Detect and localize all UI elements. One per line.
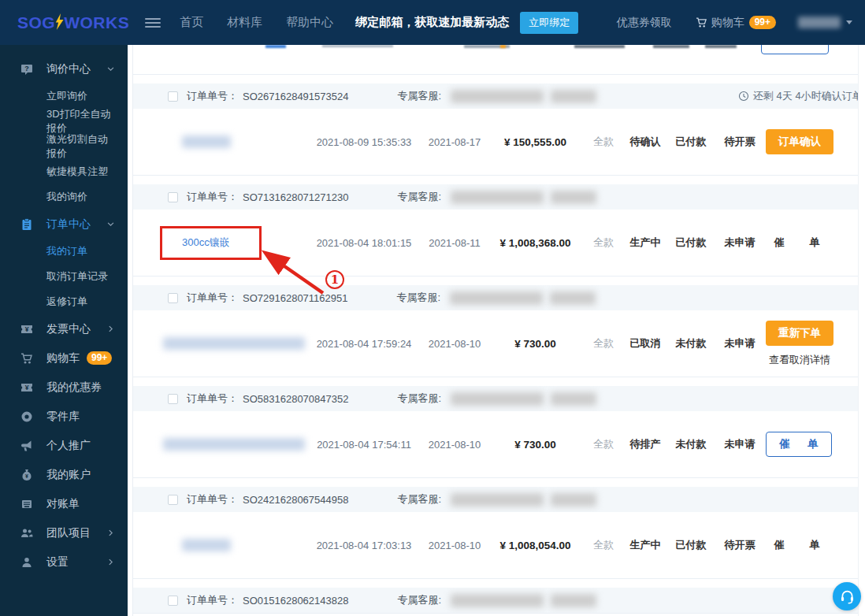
order-checkbox[interactable] [168,495,178,505]
order-checkbox[interactable] [168,192,178,202]
sidebar-item[interactable]: ? 询价中心 [0,54,128,83]
sidebar-item-label: 我的优惠券 [46,380,102,395]
payment-status: 已付款 [668,236,714,250]
chevron-right-icon [106,529,115,537]
svg-text:?: ? [24,65,29,72]
sidebar-item-label: 取消订单记录 [46,269,108,284]
order-number: SO2671628491573524 [243,91,348,102]
logo[interactable]: SOG WORKS [17,13,129,32]
payment-type: 全款 [585,135,622,149]
payment-status: 已付款 [668,135,714,149]
confirm-countdown: 还剩 4天 4小时确认订单 [738,89,858,103]
service-agent-blurred [551,90,596,103]
page-body: ? 询价中心 立即询价 3D打印全自动报价 激光切割自动报价 [0,45,865,616]
sidebar-item[interactable]: 零件库 [0,402,128,431]
sidebar-item[interactable]: 团队项目 [0,518,128,547]
service-agent-blurred [451,594,544,607]
sidebar-item-label: 立即询价 [46,89,87,103]
chevron-down-icon [846,20,852,24]
service-agent-label: 专属客服: [397,291,441,305]
service-agent-blurred [451,191,544,204]
customer-service-chat-button[interactable] [833,582,861,610]
order-number-label: 订单单号： [187,291,238,305]
sidebar-item[interactable]: 我的询价 [0,184,128,210]
delivery-date: 2021-08-10 [423,338,486,350]
team-icon [20,527,33,540]
order-block: 订单单号： SO7131628071271230 专属客服: 300cc镶嵌 2… [133,184,858,276]
product-cell [163,337,305,350]
sidebar-item[interactable]: ¥ 我的账户 [0,460,128,489]
order-status: 待确认 [622,135,668,149]
bind-now-button[interactable]: 立即绑定 [520,12,578,34]
product-link[interactable]: 300cc镶嵌 [182,236,230,250]
sidebar-item-label: 3D打印全自动报价 [46,107,115,135]
order-list-panel: 订单单号： SO2671628491573524 专属客服: 还剩 4天 4小时… [132,45,859,616]
bind-email-notice: 绑定邮箱，获取速加最新动态 [355,15,509,30]
user-menu[interactable] [798,17,852,28]
urge-order-text[interactable]: 催 单 [774,538,819,552]
sidebar-item[interactable]: 立即询价 [0,83,128,109]
question-bubble-icon: ? [20,63,33,76]
chevron-down-icon [106,220,115,228]
order-number: SO7131628071271230 [243,191,348,203]
nav-menu-item[interactable]: 帮助中心 [286,15,333,30]
sidebar-item-label: 团队项目 [46,526,91,540]
sidebar-item-label: 返修订单 [46,295,87,309]
order-block: 订单单号： SO0151628062143828 专属客服: [133,588,858,614]
order-header: 订单单号： SO7291628071162951 专属客服: [133,285,858,310]
logo-text-suffix: WORKS [64,13,129,32]
order-status: 已取消 [622,336,668,351]
cart-link[interactable]: 购物车 99+ [696,16,776,30]
nav-menu-item[interactable]: 首页 [180,15,203,30]
sidebar-item[interactable]: 购物车 99+ [0,343,128,373]
action-cell: 订单确认 [766,129,863,154]
sidebar-item[interactable]: 对账单 [0,489,128,518]
view-cancel-details-link[interactable]: 查看取消详情 [769,353,830,367]
created-time: 2021-08-04 17:03:13 [305,540,423,551]
coupon-icon: ¥ [20,381,33,394]
nav-menu-item[interactable]: 材料库 [227,15,262,30]
cut-off-button[interactable] [761,45,829,54]
sidebar-item-label: 激光切割自动报价 [46,132,115,161]
sidebar-item-label: 发票中心 [46,322,91,336]
sidebar-item[interactable]: 3D打印全自动报价 [0,109,128,134]
service-agent-blurred [551,594,596,607]
sidebar-item[interactable]: 个人推广 [0,431,128,460]
svg-text:¥: ¥ [25,325,29,333]
product-name-blurred [182,539,231,551]
sidebar-item[interactable]: 取消订单记录 [0,264,128,289]
coupon-claim-link[interactable]: 优惠券领取 [617,16,672,30]
sidebar-item[interactable]: 激光切割自动报价 [0,134,128,159]
sidebar-item[interactable]: 我的订单 [0,239,128,264]
service-agent-blurred [551,493,596,507]
order-price: ¥ 150,555.00 [486,136,585,148]
urge-order-text[interactable]: 催 单 [774,236,819,250]
order-price: ¥ 1,008,054.00 [486,540,585,551]
service-agent-blurred [551,191,596,204]
service-agent-label: 专属客服: [397,391,441,406]
sidebar-item-label: 我的账户 [46,468,91,482]
svg-text:¥: ¥ [25,473,28,479]
payment-status: 已付款 [668,538,714,552]
sidebar-item[interactable]: 返修订单 [0,289,128,314]
order-checkbox[interactable] [168,394,178,404]
sidebar-item[interactable]: ¥ 发票中心 [0,314,128,343]
sidebar-item[interactable]: 订单中心 [0,210,128,239]
cart-icon [696,17,707,28]
sidebar-item[interactable]: ¥ 我的优惠券 [0,373,128,402]
urge-order-button[interactable]: 催 单 [766,432,832,457]
order-checkbox[interactable] [168,596,178,606]
sidebar-item[interactable]: 设置 [0,547,128,577]
primary-action-button[interactable]: 订单确认 [766,129,833,154]
order-status: 生产中 [622,236,668,250]
order-checkbox[interactable] [168,293,178,303]
service-agent-label: 专属客服: [397,89,441,103]
sidebar-item[interactable]: 敏捷模具注塑 [0,159,128,184]
order-checkbox[interactable] [168,91,178,102]
order-price: ¥ 1,008,368.00 [486,237,585,249]
action-cell: 催 单 [766,538,858,552]
service-agent-blurred [450,291,543,305]
sidebar-item-label: 设置 [46,555,69,570]
hamburger-menu-icon[interactable] [145,16,161,30]
primary-action-button[interactable]: 重新下单 [766,321,833,346]
